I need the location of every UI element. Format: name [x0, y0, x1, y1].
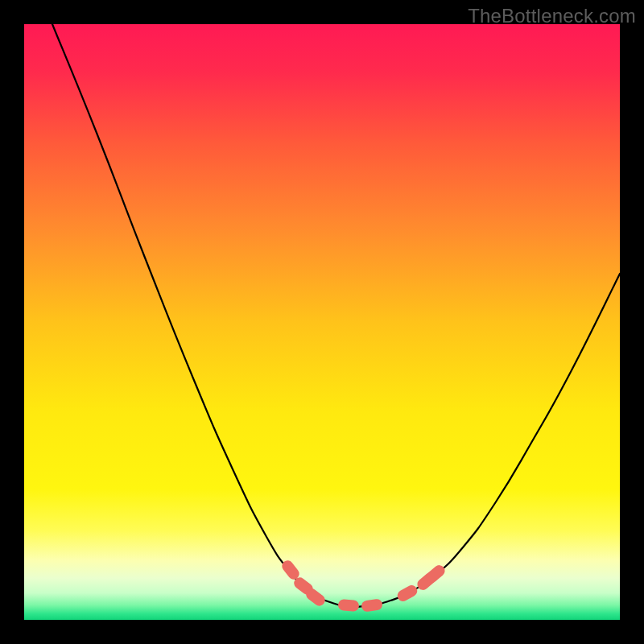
curve-markers — [279, 558, 447, 612]
curve-marker — [361, 598, 383, 612]
bottleneck-curve — [52, 24, 620, 607]
watermark-text: TheBottleneck.com — [468, 5, 636, 27]
chart-frame: TheBottleneck.com — [0, 0, 644, 644]
plot-area — [24, 24, 620, 620]
chart-svg — [24, 24, 620, 620]
curve-marker — [395, 584, 419, 604]
curve-marker — [337, 599, 359, 612]
